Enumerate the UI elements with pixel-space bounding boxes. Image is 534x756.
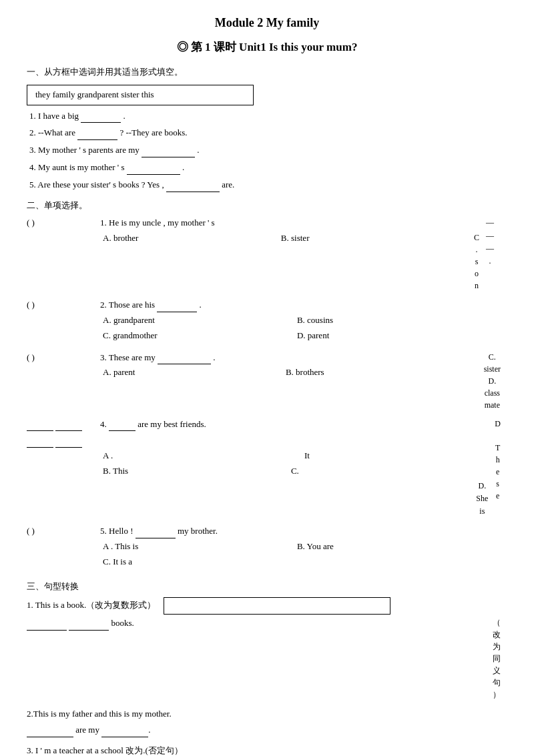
mc-q2: ( ) 2. Those are his . A. grandparent B.… bbox=[27, 298, 507, 344]
q3-row: ( ) 3. These are my . bbox=[27, 351, 484, 365]
q2-paren: ( ) bbox=[27, 298, 100, 312]
section1-title: 一、从方框中选词并用其适当形式填空。 bbox=[27, 65, 507, 79]
q5-optB: B. You are bbox=[297, 540, 491, 554]
q4-s: s bbox=[495, 478, 501, 490]
tq3-instruction: 3. I ' m a teacher at a school 改为.(否定句） bbox=[27, 744, 507, 756]
q1-side: — bbox=[486, 216, 494, 229]
q5-optC: C. It is a bbox=[103, 555, 507, 569]
q1-n: n bbox=[474, 280, 479, 292]
q3-text: 3. These are my . bbox=[100, 351, 484, 365]
q4-optA: A . bbox=[103, 449, 291, 463]
q3-d: D. bbox=[484, 375, 501, 387]
q4-optC: B. This bbox=[103, 464, 291, 478]
mc-q5: ( ) 5. Hello ! my brother. A . This is B… bbox=[27, 524, 507, 570]
mc-q1: — — — . ( ) 1. He is my uncle , my mothe… bbox=[27, 216, 507, 292]
q2-optA: A. grandparent bbox=[103, 314, 297, 328]
q1-s: s bbox=[474, 256, 479, 268]
transform-q1: 1. This is a book.（改为复数形式） books. （改为同义句… bbox=[27, 597, 507, 701]
q4-is: is bbox=[476, 505, 488, 518]
section3-title: 三、句型转换 bbox=[27, 580, 507, 594]
q3-c: C. bbox=[484, 351, 501, 363]
q1-text: 1. He is my uncle , my mother ' s bbox=[100, 216, 486, 230]
q4-paren bbox=[27, 418, 100, 432]
q1-optA: A. brother bbox=[103, 232, 281, 246]
q4-d-top: D bbox=[495, 418, 501, 430]
transform-q3: 3. I ' m a teacher at a school 改为.(否定句） … bbox=[27, 744, 507, 756]
q1-optB: B. sister bbox=[281, 232, 459, 246]
tq2-answer: are my . bbox=[27, 723, 507, 737]
module-title: Module 2 My family bbox=[27, 13, 507, 33]
transform-q2: 2.This is my father and this is my mothe… bbox=[27, 707, 507, 737]
q2: 2. --What are ? --They are books. bbox=[27, 126, 507, 140]
q3: 3. My mother ' s parents are my . bbox=[27, 143, 507, 157]
q2-options: A. grandparent B. cousins C. grandmother… bbox=[27, 314, 507, 344]
mc-q4: D T h e s e 4. are my best friends. A . … bbox=[27, 418, 507, 518]
q1-side3: — bbox=[486, 242, 494, 255]
q4-h: h bbox=[495, 454, 501, 466]
q5-paren: ( ) bbox=[27, 524, 100, 538]
q4-optB: It bbox=[291, 449, 479, 463]
section2-title: 二、单项选择。 bbox=[27, 199, 507, 213]
tq2-instruction: 2.This is my father and this is my mothe… bbox=[27, 707, 507, 721]
q3-optB: B. brothers bbox=[286, 366, 469, 380]
mc-q3: C. sister D. class mate ( ) 3. These are… bbox=[27, 351, 507, 411]
q4-she: She bbox=[476, 492, 488, 505]
q1-c: C bbox=[474, 232, 479, 244]
tq1-answer: books. （改为同义句） bbox=[27, 617, 507, 631]
q4-options: A . It B. This C. bbox=[27, 449, 495, 480]
q3-optA: A. parent bbox=[103, 366, 286, 380]
q4-row2 bbox=[27, 435, 82, 445]
q4-e: e bbox=[495, 466, 501, 478]
q4: 4. My aunt is my mother ' s . bbox=[27, 161, 507, 175]
q4-optD: C. bbox=[291, 464, 479, 478]
q5-options: A . This is B. You are C. It is a bbox=[27, 540, 507, 571]
q4-d-she: D. bbox=[476, 480, 488, 492]
q2-optD: D. parent bbox=[297, 329, 491, 343]
q3-sister: sister bbox=[484, 363, 501, 375]
q1-options: A. brother B. sister bbox=[27, 232, 474, 247]
q4-text: 4. are my best friends. bbox=[100, 418, 495, 432]
q5-optA: A . This is bbox=[103, 540, 297, 554]
q4-e2: e bbox=[495, 490, 501, 502]
q1-side4: . bbox=[486, 255, 494, 268]
q4-row: 4. are my best friends. bbox=[27, 418, 495, 432]
q1-row: ( ) 1. He is my uncle , my mother ' s bbox=[27, 216, 486, 230]
q5-row: ( ) 5. Hello ! my brother. bbox=[27, 524, 507, 538]
q4-t: T bbox=[495, 442, 501, 454]
q4-blank bbox=[495, 430, 501, 442]
q2-optC: C. grandmother bbox=[103, 329, 297, 343]
q3-paren: ( ) bbox=[27, 351, 100, 365]
word-box: they family grandparent sister this bbox=[27, 85, 254, 105]
q1: 1. I have a big . bbox=[27, 109, 507, 123]
q3-options: A. parent B. brothers bbox=[27, 366, 484, 381]
q1-o: o bbox=[474, 268, 479, 280]
q3-class: class bbox=[484, 387, 501, 399]
q2-row: ( ) 2. Those are his . bbox=[27, 298, 507, 312]
q1-dot: . bbox=[474, 244, 479, 256]
q5-text: 5. Hello ! my brother. bbox=[100, 524, 507, 538]
tq1-instruction: 1. This is a book.（改为复数形式） bbox=[27, 597, 507, 615]
q2-optB: B. cousins bbox=[297, 314, 491, 328]
q1-paren: ( ) bbox=[27, 216, 100, 230]
q2-text: 2. Those are his . bbox=[100, 298, 507, 312]
q5: 5. Are these your sister' s books ? Yes … bbox=[27, 178, 507, 192]
q3-mate: mate bbox=[484, 399, 501, 411]
q1-side2: — bbox=[486, 230, 494, 242]
unit-title: ◎ 第 1 课时 Unit1 Is this your mum? bbox=[27, 38, 507, 56]
